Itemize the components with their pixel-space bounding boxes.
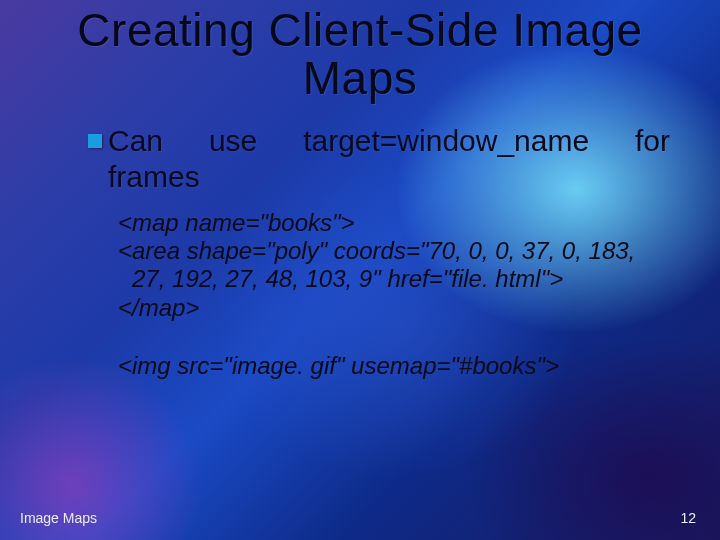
bullet-word: frames [108,159,200,195]
slide-title: Creating Client-Side Image Maps [60,6,660,103]
code-line: <area shape="poly" coords="70, 0, 0, 37,… [132,237,670,294]
slide-body: Can use target=window_name for frames <m… [30,123,690,381]
bullet-item: Can use target=window_name for frames [88,123,670,195]
slide-number: 12 [680,510,696,526]
code-line: </map> [118,294,670,322]
bullet-word: Can [108,123,163,159]
code-block-1: <map name="books"> <area shape="poly" co… [118,209,670,322]
code-line: <map name="books"> [118,209,670,237]
code-line: <img src="image. gif" usemap="#books"> [118,352,670,380]
bullet-word: for [635,123,670,159]
footer-left: Image Maps [20,510,97,526]
square-bullet-icon [88,134,102,148]
bullet-word: target=window_name [303,123,589,159]
code-block-2: <img src="image. gif" usemap="#books"> [118,352,670,380]
bullet-word: use [209,123,257,159]
slide: Creating Client-Side Image Maps Can use … [0,0,720,540]
footer: Image Maps 12 [20,510,696,526]
bullet-text: Can use target=window_name for frames [108,123,670,195]
